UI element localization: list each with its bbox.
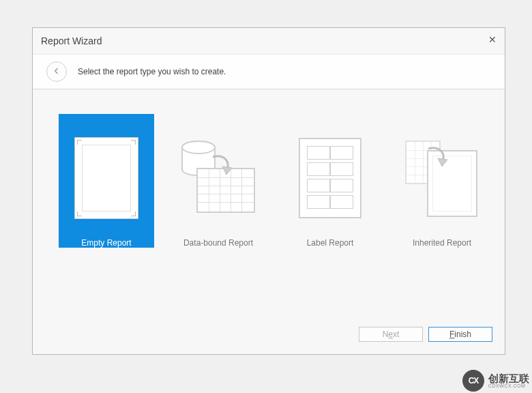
footer-buttons: Next Finish <box>359 327 492 342</box>
svg-marker-1 <box>438 158 447 166</box>
watermark-main: 创新互联 <box>488 373 529 383</box>
watermark-sub: CDXWCX.COM <box>488 383 529 388</box>
titlebar: Report Wizard ✕ <box>33 28 505 55</box>
svg-marker-0 <box>222 166 232 175</box>
dialog-title: Report Wizard <box>41 35 102 46</box>
finish-label-post: inish <box>454 330 471 339</box>
finish-button[interactable]: Finish <box>428 327 492 342</box>
label-report-icon <box>293 128 367 229</box>
option-label: Label Report <box>307 238 354 248</box>
close-button[interactable]: ✕ <box>486 33 499 47</box>
next-button: Next <box>359 327 423 342</box>
option-databound-report[interactable]: Data-bound Report <box>171 114 266 248</box>
inherited-report-icon <box>405 128 479 229</box>
report-wizard-dialog: Report Wizard ✕ Select the report type y… <box>32 27 505 355</box>
watermark-logo-icon: CX <box>462 370 484 392</box>
option-inherited-report[interactable]: Inherited Report <box>394 114 490 248</box>
instruction-bar: Select the report type you wish to creat… <box>33 55 505 89</box>
content-area: Empty Report <box>33 89 505 321</box>
empty-report-icon <box>70 128 143 229</box>
instruction-text: Select the report type you wish to creat… <box>78 67 226 76</box>
back-arrow-icon <box>52 66 61 78</box>
next-label-post: xt <box>393 330 399 339</box>
report-type-options: Empty Report <box>59 114 490 248</box>
back-button[interactable] <box>46 61 67 82</box>
next-label-pre: N <box>383 330 389 339</box>
databound-report-icon <box>181 128 255 229</box>
watermark-text: 创新互联 CDXWCX.COM <box>488 373 529 388</box>
option-label-report[interactable]: Label Report <box>282 114 378 248</box>
finish-label-ul: F <box>449 330 454 339</box>
option-label: Empty Report <box>81 238 131 248</box>
option-label: Inherited Report <box>413 238 471 248</box>
option-empty-report[interactable]: Empty Report <box>59 114 154 248</box>
next-label-ul: e <box>388 330 393 339</box>
option-label: Data-bound Report <box>183 238 253 248</box>
watermark: CX 创新互联 CDXWCX.COM <box>462 370 529 392</box>
